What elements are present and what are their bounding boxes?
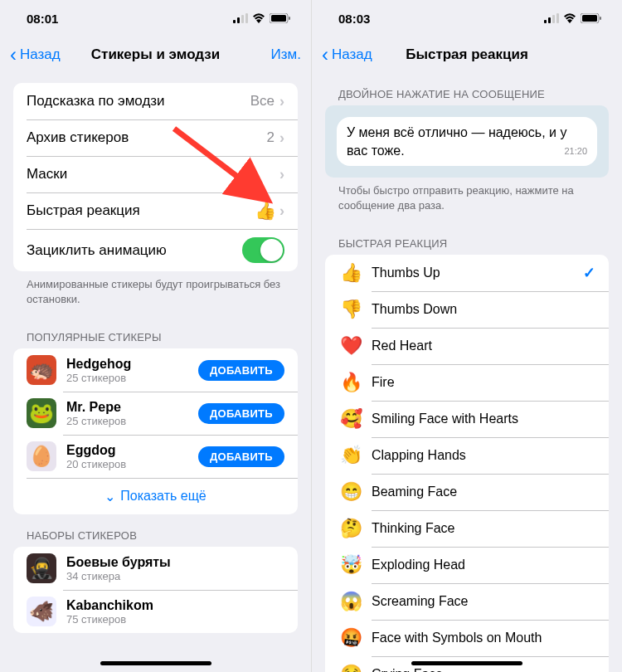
chevron-down-icon: ⌄ <box>104 489 115 504</box>
settings-group-1: Подсказка по эмодзи Все › Архив стикеров… <box>13 83 298 271</box>
battery-icon <box>581 13 602 23</box>
reaction-row[interactable]: 👏 Clapping Hands <box>325 437 609 474</box>
sticker-name: Hedgehog <box>66 357 198 372</box>
reaction-name: Screaming Face <box>372 594 595 609</box>
show-more-label: Показать ещё <box>120 489 206 504</box>
chevron-left-icon: ‹ <box>322 45 328 65</box>
chevron-right-icon: › <box>279 93 284 110</box>
sticker-row[interactable]: 🦔 Hedgehog 25 стикеров ДОБАВИТЬ <box>13 348 298 392</box>
back-button[interactable]: ‹ Назад <box>322 45 372 65</box>
reaction-emoji-icon: 👏 <box>338 445 363 466</box>
sticker-count: 34 стикера <box>66 570 284 582</box>
home-indicator[interactable] <box>411 661 522 665</box>
sticker-pack-row[interactable]: 🥷 Боевые буряты 34 стикера <box>13 547 298 590</box>
status-time: 08:03 <box>338 12 370 26</box>
section-footer: Анимированные стикеры будут проигрыватьс… <box>0 271 311 316</box>
reaction-row[interactable]: 🥰 Smiling Face with Hearts <box>325 401 609 437</box>
back-button[interactable]: ‹ Назад <box>10 45 61 65</box>
home-indicator[interactable] <box>100 661 211 665</box>
reaction-emoji-icon: 🤯 <box>338 554 363 576</box>
row-quick-reaction[interactable]: Быстрая реакция 👍 › <box>13 192 298 229</box>
reaction-row[interactable]: 👎 Thumbs Down <box>325 291 609 328</box>
content-left[interactable]: Подсказка по эмодзи Все › Архив стикеров… <box>0 73 311 672</box>
sticker-info: Mr. Pepe 25 стикеров <box>66 400 198 427</box>
sticker-count: 25 стикеров <box>66 415 198 427</box>
svg-rect-10 <box>552 15 555 23</box>
popular-stickers-header: ПОПУЛЯРНЫЕ СТИКЕРЫ <box>0 316 311 348</box>
svg-rect-6 <box>289 17 290 20</box>
reaction-row[interactable]: 😱 Screaming Face <box>325 583 609 620</box>
nav-bar: ‹ Назад Быстрая реакция <box>312 37 622 73</box>
row-label: Быстрая реакция <box>27 202 255 219</box>
edit-button[interactable]: Изм. <box>271 46 301 63</box>
svg-rect-1 <box>237 17 240 23</box>
reaction-name: Exploding Head <box>372 558 595 572</box>
reaction-name: Smiling Face with Hearts <box>372 411 595 426</box>
reaction-name: Thumbs Up <box>372 265 583 280</box>
phone-left: 08:01 ‹ Назад Стикеры и эмодзи Изм. Подс… <box>0 0 311 672</box>
page-title: Стикеры и эмодзи <box>91 46 220 63</box>
reaction-emoji-icon: 🥰 <box>338 408 363 430</box>
chevron-right-icon: › <box>279 166 284 183</box>
row-sticker-archive[interactable]: Архив стикеров 2 › <box>13 119 298 156</box>
reaction-row[interactable]: 🤬 Face with Symbols on Mouth <box>325 620 609 656</box>
reaction-name: Thumbs Down <box>372 302 595 317</box>
reaction-name: Thinking Face <box>372 521 595 536</box>
content-right[interactable]: ДВОЙНОЕ НАЖАТИЕ НА СООБЩЕНИЕ У меня всё … <box>312 73 622 672</box>
sticker-icon: 🦔 <box>27 355 56 385</box>
add-sticker-button[interactable]: ДОБАВИТЬ <box>198 403 284 424</box>
reaction-name: Clapping Hands <box>372 448 595 463</box>
sticker-icon: 🐗 <box>27 597 56 626</box>
reaction-name: Red Heart <box>372 338 595 353</box>
sticker-pack-row[interactable]: 🐗 Kabanchikom 75 стикеров <box>13 590 298 633</box>
svg-rect-8 <box>544 20 547 23</box>
sticker-row[interactable]: 🥚 Eggdog 20 стикеров ДОБАВИТЬ <box>13 435 298 478</box>
reaction-row[interactable]: 👍 Thumbs Up ✓ <box>325 255 609 291</box>
sticker-row[interactable]: 🐸 Mr. Pepe 25 стикеров ДОБАВИТЬ <box>13 392 298 435</box>
message-bubble[interactable]: У меня всё отлично — надеюсь, и у вас то… <box>337 117 597 166</box>
double-tap-header: ДВОЙНОЕ НАЖАТИЕ НА СООБЩЕНИЕ <box>312 73 622 105</box>
chevron-left-icon: ‹ <box>10 45 17 65</box>
reaction-row[interactable]: 🤔 Thinking Face <box>325 510 609 547</box>
popular-stickers-group: 🦔 Hedgehog 25 стикеров ДОБАВИТЬ 🐸 Mr. Pe… <box>13 348 298 514</box>
sticker-name: Kabanchikom <box>66 598 284 613</box>
row-value: 2 <box>267 129 275 146</box>
reaction-emoji-icon: 👍 <box>338 262 363 284</box>
reaction-emoji-icon: 😱 <box>338 591 363 612</box>
reaction-emoji-icon: 👎 <box>338 299 363 320</box>
wifi-icon <box>563 13 576 23</box>
row-label: Маски <box>27 166 279 183</box>
row-label: Подсказка по эмодзи <box>27 93 250 110</box>
row-masks[interactable]: Маски › <box>13 156 298 192</box>
checkmark-icon: ✓ <box>583 264 595 282</box>
svg-rect-5 <box>271 15 286 22</box>
back-label: Назад <box>20 46 61 63</box>
phone-right: 08:03 ‹ Назад Быстрая реакция ДВОЙНОЕ НА… <box>311 0 622 672</box>
reaction-emoji-icon: 🔥 <box>338 372 363 393</box>
status-icons <box>233 13 291 23</box>
row-label: Архив стикеров <box>27 129 267 146</box>
row-loop-animation[interactable]: Зациклить анимацию <box>13 229 298 271</box>
battery-icon <box>270 13 291 23</box>
loop-animation-toggle[interactable] <box>242 237 284 263</box>
reaction-emoji-icon: 🤔 <box>338 518 363 539</box>
show-more-button[interactable]: ⌄Показать ещё <box>13 478 298 514</box>
sticker-count: 20 стикеров <box>66 458 198 470</box>
status-bar: 08:03 <box>312 0 622 37</box>
sticker-count: 75 стикеров <box>66 613 284 626</box>
reaction-name: Beaming Face <box>372 485 595 499</box>
reaction-row[interactable]: ❤️ Red Heart <box>325 328 609 364</box>
nav-bar: ‹ Назад Стикеры и эмодзи Изм. <box>0 37 311 73</box>
add-sticker-button[interactable]: ДОБАВИТЬ <box>198 446 284 467</box>
add-sticker-button[interactable]: ДОБАВИТЬ <box>198 360 284 381</box>
reaction-name: Fire <box>372 375 595 390</box>
reaction-row[interactable]: 🔥 Fire <box>325 364 609 401</box>
row-emoji-suggest[interactable]: Подсказка по эмодзи Все › <box>13 83 298 119</box>
sticker-packs-header: НАБОРЫ СТИКЕРОВ <box>0 514 311 547</box>
reaction-row[interactable]: 😁 Beaming Face <box>325 474 609 510</box>
reaction-row[interactable]: 🤯 Exploding Head <box>325 547 609 583</box>
reaction-name: Face with Symbols on Mouth <box>372 631 595 645</box>
cellular-icon <box>544 13 559 23</box>
svg-rect-9 <box>548 17 551 23</box>
sticker-info: Боевые буряты 34 стикера <box>66 555 284 582</box>
